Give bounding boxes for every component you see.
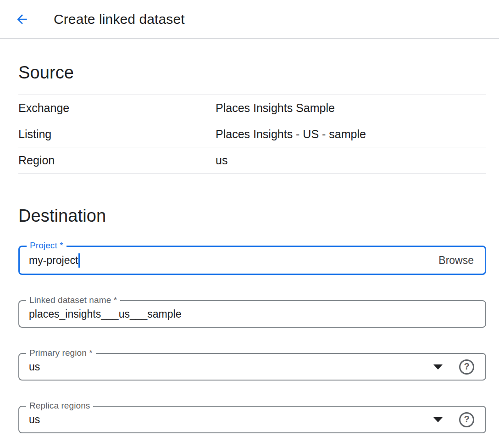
help-icon[interactable]: ? [459, 412, 474, 427]
linked-dataset-name-field[interactable]: Linked dataset name * [18, 300, 486, 328]
project-field-label: Project * [27, 241, 67, 251]
page-title: Create linked dataset [54, 11, 185, 27]
primary-region-label: Primary region * [26, 348, 96, 358]
linked-dataset-name-label: Linked dataset name * [26, 295, 120, 305]
region-value: us [216, 154, 227, 167]
replica-regions-select[interactable]: Replica regions us ? [18, 406, 486, 433]
replica-regions-label: Replica regions [26, 401, 93, 411]
project-value[interactable]: my-project [29, 254, 78, 267]
listing-value: Places Insights - US - sample [216, 128, 366, 141]
dropdown-arrow-icon[interactable] [433, 364, 443, 370]
listing-label: Listing [18, 128, 216, 141]
table-row-region: Region us [18, 147, 486, 174]
project-input[interactable]: Project * my-project Browse [18, 246, 486, 275]
back-button[interactable] [14, 11, 30, 27]
region-label: Region [18, 154, 216, 167]
browse-button[interactable]: Browse [438, 254, 474, 267]
source-table: Exchange Places Insights Sample Listing … [18, 95, 486, 174]
page-header: Create linked dataset [0, 0, 499, 39]
primary-region-select[interactable]: Primary region * us ? [18, 353, 486, 381]
help-icon[interactable]: ? [459, 359, 474, 375]
table-row-exchange: Exchange Places Insights Sample [18, 95, 486, 121]
replica-regions-value: us [29, 414, 40, 426]
text-cursor [78, 253, 80, 268]
exchange-label: Exchange [18, 101, 216, 115]
destination-section-heading: Destination [18, 206, 486, 225]
main-content: Source Exchange Places Insights Sample L… [18, 63, 486, 433]
primary-region-value: us [29, 361, 40, 373]
exchange-value: Places Insights Sample [216, 101, 335, 115]
source-section-heading: Source [18, 63, 486, 82]
linked-dataset-name-input[interactable] [29, 308, 419, 320]
table-row-listing: Listing Places Insights - US - sample [18, 121, 486, 147]
dropdown-arrow-icon[interactable] [433, 417, 443, 422]
arrow-back-icon [15, 12, 29, 27]
